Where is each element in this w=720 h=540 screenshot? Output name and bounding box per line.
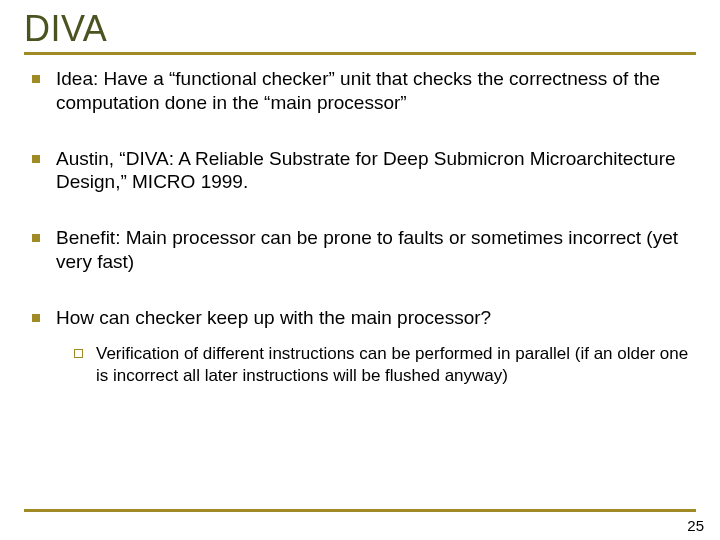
bullet-text: How can checker keep up with the main pr… <box>56 307 491 328</box>
sub-bullet-list: Verification of different instructions c… <box>72 343 696 386</box>
bullet-item: Idea: Have a “functional checker” unit t… <box>28 67 696 115</box>
sub-bullet-item: Verification of different instructions c… <box>72 343 696 386</box>
slide-title: DIVA <box>24 8 696 50</box>
bullet-text: Benefit: Main processor can be prone to … <box>56 227 678 272</box>
page-number: 25 <box>687 517 704 534</box>
slide: DIVA Idea: Have a “functional checker” u… <box>0 0 720 540</box>
sub-bullet-text: Verification of different instructions c… <box>96 344 688 384</box>
bullet-list: Idea: Have a “functional checker” unit t… <box>24 67 696 386</box>
bullet-text: Austin, “DIVA: A Reliable Substrate for … <box>56 148 676 193</box>
footer-divider <box>24 509 696 512</box>
bullet-item: Austin, “DIVA: A Reliable Substrate for … <box>28 147 696 195</box>
bullet-text: Idea: Have a “functional checker” unit t… <box>56 68 660 113</box>
slide-body: Idea: Have a “functional checker” unit t… <box>24 67 696 386</box>
bullet-item: How can checker keep up with the main pr… <box>28 306 696 386</box>
bullet-item: Benefit: Main processor can be prone to … <box>28 226 696 274</box>
title-divider <box>24 52 696 55</box>
